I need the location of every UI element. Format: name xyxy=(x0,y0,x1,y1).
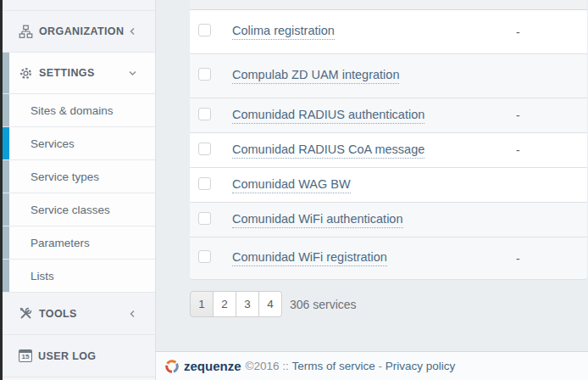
item-strip xyxy=(3,94,9,126)
sidebar-item-organization[interactable]: ORGANIZATION xyxy=(3,11,155,53)
table-row: Comunidad WAG BW xyxy=(190,168,587,203)
sidebar-item-settings[interactable]: SETTINGS xyxy=(3,53,155,94)
service-link[interactable]: Comunidad RADIUS authentication xyxy=(232,108,424,124)
row-checkbox[interactable] xyxy=(198,24,211,36)
table-row: Comunidad WiFi authentication xyxy=(190,203,587,238)
row-checkbox[interactable] xyxy=(198,250,211,263)
calendar-day: 15 xyxy=(22,354,30,360)
tools-icon xyxy=(19,306,33,321)
active-item-strip xyxy=(3,127,9,159)
row-value: - xyxy=(516,25,520,39)
chevron-down-icon xyxy=(127,68,138,79)
app-window: ORGANIZATION SETTINGS xyxy=(0,0,588,380)
table-row: Compulab ZD UAM integration xyxy=(190,54,587,98)
sidebar-item-lists[interactable]: Lists xyxy=(3,260,155,293)
row-value: - xyxy=(516,143,520,157)
sidebar-item-label: TOOLS xyxy=(39,308,77,320)
table-row: Comunidad WiFi registration - xyxy=(190,238,587,279)
services-count: 306 services xyxy=(290,298,357,311)
item-strip xyxy=(3,53,9,93)
row-checkbox[interactable] xyxy=(198,212,211,225)
page-button-group: 1 2 3 4 xyxy=(190,291,282,317)
page-button-1[interactable]: 1 xyxy=(190,291,214,317)
page-button-3[interactable]: 3 xyxy=(236,291,259,317)
sidebar-item-label: Service types xyxy=(31,170,99,183)
service-link[interactable]: Comunidad RADIUS CoA message xyxy=(232,142,424,159)
table-header-partial xyxy=(190,0,587,10)
chevron-left-icon xyxy=(127,26,138,37)
pagination: 1 2 3 4 306 services xyxy=(190,291,588,317)
sidebar: ORGANIZATION SETTINGS xyxy=(3,0,156,380)
sidebar-item-label: Lists xyxy=(31,270,54,282)
privacy-link[interactable]: Privacy policy xyxy=(386,360,456,372)
sidebar-item-label: Service classes xyxy=(31,204,110,216)
footer: zequenze ©2016 :: Terms of service - Pri… xyxy=(156,351,588,380)
terms-link[interactable]: Terms of service xyxy=(292,360,375,372)
sidebar-item-partial xyxy=(3,0,155,11)
brand-name: zequenze xyxy=(184,359,241,373)
sidebar-item-tools[interactable]: TOOLS xyxy=(3,293,155,335)
sidebar-item-user-log[interactable]: 15 USER LOG xyxy=(3,335,155,377)
table-row: Colima registration - xyxy=(190,10,587,54)
table-row: Comunidad RADIUS CoA message - xyxy=(190,133,587,168)
row-checkbox[interactable] xyxy=(198,68,211,81)
calendar-icon: 15 xyxy=(19,349,32,362)
page-button-2[interactable]: 2 xyxy=(213,291,236,317)
service-link[interactable]: Comunidad WiFi registration xyxy=(232,250,387,266)
sitemap-icon xyxy=(19,25,33,39)
sidebar-item-label: USER LOG xyxy=(38,350,96,362)
page-button-4[interactable]: 4 xyxy=(258,291,282,317)
settings-subnav: Sites & domains Services Service types S… xyxy=(3,94,155,293)
sidebar-item-parameters[interactable]: Parameters xyxy=(3,226,155,260)
row-checkbox[interactable] xyxy=(198,177,211,190)
main-content: Colima registration - Compulab ZD UAM in… xyxy=(156,0,588,380)
zequenze-logo-icon xyxy=(164,359,180,374)
chevron-left-icon xyxy=(127,308,138,319)
table-row: Comunidad RADIUS authentication - xyxy=(190,98,587,133)
item-strip xyxy=(3,193,9,226)
copyright-text: ©2016 :: xyxy=(246,360,292,372)
service-link[interactable]: Comunidad WAG BW xyxy=(232,177,351,193)
sidebar-item-services[interactable]: Services xyxy=(3,127,155,160)
row-checkbox[interactable] xyxy=(198,142,211,155)
sidebar-item-service-types[interactable]: Service types xyxy=(3,160,155,193)
row-value: - xyxy=(516,109,520,122)
service-link[interactable]: Compulab ZD UAM integration xyxy=(232,68,399,84)
item-strip xyxy=(3,260,9,292)
sidebar-item-sites-domains[interactable]: Sites & domains xyxy=(3,94,155,127)
link-separator: - xyxy=(375,360,386,372)
service-link[interactable]: Colima registration xyxy=(232,24,335,40)
services-table: Colima registration - Compulab ZD UAM in… xyxy=(190,0,587,279)
row-value: - xyxy=(516,252,520,265)
sidebar-item-service-classes[interactable]: Service classes xyxy=(3,193,155,226)
sidebar-item-label: Sites & domains xyxy=(31,104,114,117)
gear-icon xyxy=(19,66,33,81)
sidebar-item-label: Services xyxy=(31,137,75,150)
service-link[interactable]: Comunidad WiFi authentication xyxy=(232,212,403,228)
sidebar-item-label: SETTINGS xyxy=(39,67,95,79)
row-checkbox[interactable] xyxy=(198,108,211,120)
sidebar-item-label: Parameters xyxy=(31,237,90,249)
item-strip xyxy=(3,226,9,259)
item-strip xyxy=(3,160,9,193)
sidebar-item-label: ORGANIZATION xyxy=(39,25,124,37)
